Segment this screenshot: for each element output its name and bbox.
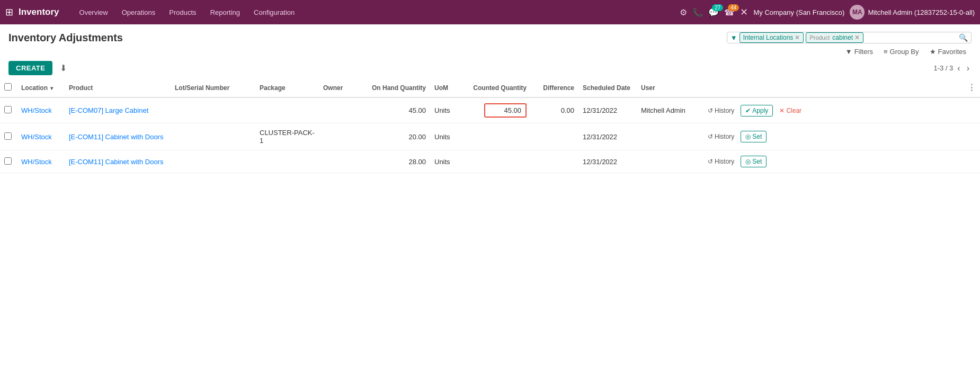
th-counted: Counted Quantity (462, 78, 531, 97)
calls-notification[interactable]: ☎ 44 (724, 7, 735, 17)
groupby-button[interactable]: ≡ Group By (878, 46, 924, 58)
filter-tag-internal-locations: Location Internal Locations ✕ (740, 32, 804, 43)
settings-icon[interactable]: ⚙ (680, 7, 687, 17)
calls-badge: 44 (728, 4, 739, 11)
menu-configuration[interactable]: Configuration (247, 6, 301, 19)
create-button[interactable]: CREATE (8, 61, 52, 75)
row1-clear-button[interactable]: ✕ Clear (776, 105, 805, 116)
row3-lot (171, 150, 255, 173)
user-menu[interactable]: MA Mitchell Admin (12837252-15-0-all) (850, 5, 975, 20)
row2-scheduled-date: 12/31/2022 (578, 123, 637, 150)
row2-counted[interactable] (462, 123, 531, 150)
th-difference: Difference (531, 78, 578, 97)
row3-history-button[interactable]: ↺ History (705, 156, 737, 167)
inventory-table: Location ▾ Product Lot/Serial Number Pac… (0, 78, 980, 173)
next-page-button[interactable]: › (965, 62, 972, 74)
row3-checkbox-cell[interactable] (0, 150, 17, 173)
row1-package (255, 97, 319, 123)
row2-lot (171, 123, 255, 150)
row2-product[interactable]: [E-COM11] Cabinet with Doors (65, 123, 171, 150)
row2-history-button[interactable]: ↺ History (705, 131, 737, 142)
row3-location[interactable]: WH/Stock (17, 150, 65, 173)
chat-badge: 27 (712, 4, 723, 11)
phone-icon[interactable]: 📞 (692, 7, 703, 17)
table-row: WH/Stock [E-COM07] Large Cabinet 45.00 U… (0, 97, 980, 123)
content-area: Inventory Adjustments ▼ Location Interna… (0, 24, 980, 376)
row2-more[interactable] (963, 123, 980, 150)
row1-scheduled-date: 12/31/2022 (578, 97, 637, 123)
favorites-button[interactable]: ★ Favorites (924, 46, 972, 58)
row1-user: Mitchell Admin (637, 97, 700, 123)
pagination-info: 1-3 / 3 (933, 64, 953, 72)
company-name[interactable]: My Company (San Francisco) (753, 8, 844, 16)
filter-funnel-icon: ▼ (730, 34, 737, 42)
th-location[interactable]: Location ▾ (17, 78, 65, 97)
th-user: User (637, 78, 700, 97)
prev-page-button[interactable]: ‹ (955, 62, 962, 74)
row2-uom: Units (430, 123, 462, 150)
row1-location[interactable]: WH/Stock (17, 97, 65, 123)
row2-onhand: 20.00 (367, 123, 430, 150)
row2-set-button[interactable]: ◎ Set (741, 131, 767, 142)
row3-counted[interactable] (462, 150, 531, 173)
row1-counted[interactable]: 45.00 (462, 97, 531, 123)
search-icon[interactable]: 🔍 (959, 33, 968, 42)
row1-checkbox[interactable] (4, 106, 12, 113)
menu-overview[interactable]: Overview (73, 6, 114, 19)
row1-counted-value[interactable]: 45.00 (484, 103, 527, 118)
filter-tag-cabinet-text: cabinet (832, 34, 853, 41)
row1-owner (319, 97, 367, 123)
filter-tag-text: Internal Locations (743, 34, 794, 41)
row1-checkbox-cell[interactable] (0, 97, 17, 123)
row1-clear-icon: ✕ (779, 107, 785, 114)
location-sort-icon: ▾ (50, 85, 53, 91)
row3-more[interactable] (963, 150, 980, 173)
row3-checkbox[interactable] (4, 157, 12, 165)
th-uom: UoM (430, 78, 462, 97)
menu-products[interactable]: Products (163, 6, 202, 19)
th-more[interactable]: ⋮ (963, 78, 980, 97)
th-product: Product (65, 78, 171, 97)
column-options-icon[interactable]: ⋮ (967, 83, 976, 92)
row1-history-button[interactable]: ↺ History (705, 105, 737, 116)
search-input[interactable] (866, 33, 959, 43)
nav-separator: ✕ (740, 6, 748, 18)
toolbar: CREATE ⬇ 1-3 / 3 ‹ › (0, 58, 980, 78)
row2-difference (531, 123, 578, 150)
apps-icon[interactable]: ⊞ (5, 6, 13, 18)
row3-set-icon: ◎ (745, 158, 751, 165)
main-menu: Overview Operations Products Reporting C… (73, 6, 677, 19)
app-logo[interactable]: Inventory (19, 7, 59, 17)
row1-action-buttons: ↺ History ✔ Apply ✕ Clear (705, 105, 959, 117)
select-all-checkbox[interactable] (4, 83, 12, 91)
favorites-icon: ★ (930, 48, 936, 56)
username: Mitchell Admin (12837252-15-0-all) (868, 8, 975, 16)
download-button[interactable]: ⬇ (57, 61, 70, 75)
search-bar: ▼ Location Internal Locations ✕ Product … (727, 32, 972, 43)
chat-notification[interactable]: 💬 27 (708, 7, 719, 17)
row2-checkbox-cell[interactable] (0, 123, 17, 150)
row1-onhand: 45.00 (367, 97, 430, 123)
filters-button[interactable]: ▼ Filters (840, 46, 878, 58)
th-scheduled-date: Scheduled Date (578, 78, 637, 97)
groupby-icon: ≡ (884, 48, 888, 56)
row2-owner (319, 123, 367, 150)
row3-set-button[interactable]: ◎ Set (741, 156, 767, 167)
row3-product[interactable]: [E-COM11] Cabinet with Doors (65, 150, 171, 173)
th-select-all[interactable] (0, 78, 17, 97)
row1-more[interactable] (963, 97, 980, 123)
filter-tag-remove-internal[interactable]: ✕ (795, 34, 800, 41)
th-actions (700, 78, 963, 97)
row2-checkbox[interactable] (4, 132, 12, 140)
filter-tag-remove-cabinet[interactable]: ✕ (854, 34, 860, 41)
row1-lot (171, 97, 255, 123)
row3-owner (319, 150, 367, 173)
menu-operations[interactable]: Operations (115, 6, 162, 19)
row1-product[interactable]: [E-COM07] Large Cabinet (65, 97, 171, 123)
row1-apply-button[interactable]: ✔ Apply (741, 105, 773, 117)
row1-apply-icon: ✔ (745, 107, 751, 114)
row3-action-buttons: ↺ History ◎ Set (705, 156, 959, 167)
row2-location[interactable]: WH/Stock (17, 123, 65, 150)
filter-prefix: Product (809, 34, 830, 41)
menu-reporting[interactable]: Reporting (204, 6, 246, 19)
